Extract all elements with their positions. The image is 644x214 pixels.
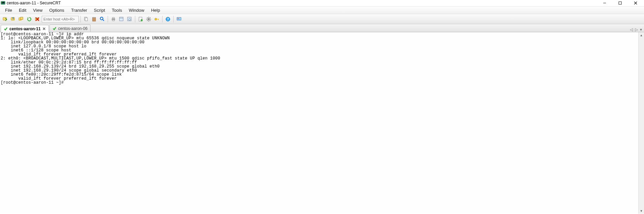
disconnect-icon[interactable] <box>34 15 41 23</box>
scroll-up-icon[interactable]: ▲ <box>640 32 643 38</box>
menu-window[interactable]: Window <box>126 7 147 13</box>
help-icon[interactable]: ? <box>164 15 172 23</box>
tab-inactive[interactable]: centos-aaron-06 <box>49 25 91 32</box>
svg-rect-45 <box>178 19 180 19</box>
properties-icon[interactable] <box>118 15 125 23</box>
toolbar: ? <box>0 14 644 24</box>
svg-point-28 <box>141 19 143 21</box>
svg-rect-4 <box>619 2 621 4</box>
connect-icon[interactable] <box>1 15 9 23</box>
reconnect-icon[interactable] <box>26 15 33 23</box>
menubar: File Edit View Options Transfer Script T… <box>0 7 644 14</box>
menu-help[interactable]: Help <box>148 7 163 13</box>
svg-rect-2 <box>2 2 2 2</box>
tabstrip: centos-aaron-11 ✕ centos-aaron-06 ◁ ▷ ▾ <box>0 24 644 32</box>
svg-line-37 <box>147 20 148 21</box>
connected-icon <box>52 27 57 31</box>
terminal-output[interactable]: [root@centos-aaron-11 ~]# ip addr 1: lo:… <box>0 32 638 214</box>
svg-rect-40 <box>158 19 159 20</box>
menu-edit[interactable]: Edit <box>16 7 29 13</box>
tab-label: centos-aaron-11 <box>9 27 41 31</box>
tab-next-icon[interactable]: ▷ <box>635 27 638 32</box>
menu-options[interactable]: Options <box>46 7 67 13</box>
tab-label: centos-aaron-06 <box>58 26 87 31</box>
menu-file[interactable]: File <box>2 7 15 13</box>
svg-point-18 <box>100 17 103 20</box>
maximize-button[interactable] <box>612 0 628 6</box>
menu-view[interactable]: View <box>30 7 45 13</box>
close-button[interactable] <box>628 0 643 6</box>
svg-line-35 <box>150 20 150 21</box>
quick-connect-icon[interactable] <box>9 15 17 23</box>
tab-prev-icon[interactable]: ◁ <box>630 27 633 32</box>
svg-line-19 <box>103 19 104 21</box>
svg-line-34 <box>147 17 148 18</box>
svg-rect-23 <box>119 17 123 21</box>
menu-tools[interactable]: Tools <box>109 7 125 13</box>
connect-in-tab-icon[interactable] <box>17 15 25 23</box>
vertical-scrollbar[interactable]: ▲ ▼ <box>638 32 644 214</box>
copy-icon[interactable] <box>82 15 90 23</box>
paste-icon[interactable] <box>91 15 98 23</box>
session-options-icon[interactable] <box>126 15 133 23</box>
toggle-chat-icon[interactable] <box>175 15 183 23</box>
host-input[interactable] <box>42 16 79 23</box>
scroll-down-icon[interactable]: ▼ <box>640 208 643 214</box>
window-title: centos-aaron-11 - SecureCRT <box>7 1 61 5</box>
minimize-button[interactable] <box>597 0 612 6</box>
tab-close-icon[interactable]: ✕ <box>42 27 46 31</box>
menu-transfer[interactable]: Transfer <box>68 7 90 13</box>
svg-rect-25 <box>128 17 131 21</box>
tab-menu-icon[interactable]: ▾ <box>640 27 642 32</box>
menu-script[interactable]: Script <box>91 7 108 13</box>
svg-rect-10 <box>21 17 23 19</box>
log-session-icon[interactable] <box>137 15 144 23</box>
tab-active[interactable]: centos-aaron-11 ✕ <box>1 25 49 32</box>
svg-rect-21 <box>112 17 114 18</box>
connected-icon <box>4 27 8 31</box>
svg-rect-15 <box>85 18 87 21</box>
tab-nav: ◁ ▷ ▾ <box>629 27 643 32</box>
svg-line-36 <box>150 17 150 18</box>
svg-rect-44 <box>178 18 179 18</box>
find-icon[interactable] <box>99 15 106 23</box>
svg-rect-22 <box>112 20 114 21</box>
settings-icon[interactable] <box>145 15 152 23</box>
print-icon[interactable] <box>110 15 117 23</box>
titlebar: centos-aaron-11 - SecureCRT <box>0 0 644 6</box>
svg-text:?: ? <box>167 17 169 21</box>
svg-point-29 <box>148 18 150 20</box>
app-icon <box>1 1 5 5</box>
key-icon[interactable] <box>153 15 160 23</box>
svg-rect-17 <box>93 17 95 18</box>
